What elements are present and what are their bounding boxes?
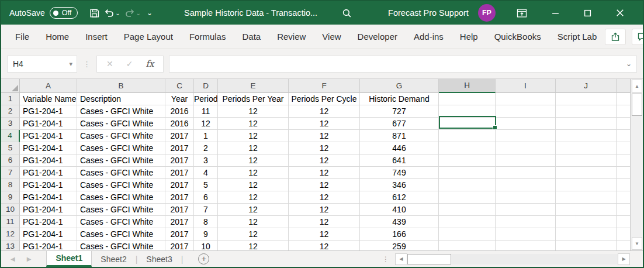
- vertical-scrollbar-thumb[interactable]: [632, 94, 642, 116]
- cell-I2[interactable]: [496, 105, 556, 118]
- column-header-C[interactable]: C: [165, 79, 194, 93]
- cell-G3[interactable]: 677: [360, 118, 439, 130]
- scrollbar-resize-handle[interactable]: ⋮: [382, 255, 389, 263]
- cell-H7[interactable]: [439, 167, 496, 179]
- cell-G5[interactable]: 446: [360, 142, 439, 154]
- cell-G7[interactable]: 749: [360, 167, 439, 179]
- cell-J6[interactable]: [556, 154, 617, 167]
- cell-J3[interactable]: [556, 118, 617, 130]
- cell-I3[interactable]: [496, 118, 556, 130]
- horizontal-scrollbar[interactable]: ◀ ▶: [395, 253, 630, 265]
- row-header-10[interactable]: 10: [1, 204, 20, 216]
- cell-D5[interactable]: 2: [194, 142, 218, 154]
- column-header-A[interactable]: A: [20, 79, 77, 93]
- cell-J9[interactable]: [556, 191, 617, 204]
- cell-J2[interactable]: [556, 105, 617, 118]
- save-button[interactable]: [88, 6, 101, 20]
- cell-F12[interactable]: 12: [289, 228, 360, 240]
- cell-G13[interactable]: 259: [360, 240, 439, 250]
- cell-B4[interactable]: Cases - GFCI White: [77, 130, 165, 142]
- ribbon-tab-add-ins[interactable]: Add-ins: [406, 25, 452, 49]
- cell-B2[interactable]: Cases - GFCI White: [77, 105, 165, 118]
- sheet-tab-sheet2[interactable]: Sheet2: [92, 251, 135, 267]
- cell-E8[interactable]: 12: [218, 179, 289, 191]
- cell-B11[interactable]: Cases - GFCI White: [77, 216, 165, 228]
- cell-A3[interactable]: PG1-204-1: [20, 118, 77, 130]
- cell-J4[interactable]: [556, 130, 617, 142]
- redo-dropdown-icon[interactable]: ⌄: [136, 10, 141, 16]
- cell-F3[interactable]: 12: [289, 118, 360, 130]
- row-header-4[interactable]: 4: [1, 130, 20, 142]
- ribbon-tab-file[interactable]: File: [7, 25, 37, 49]
- cell-H12[interactable]: [439, 228, 496, 240]
- cell-A12[interactable]: PG1-204-1: [20, 228, 77, 240]
- expand-formula-bar-icon[interactable]: ⌄: [626, 60, 632, 68]
- cell-H1[interactable]: [439, 93, 496, 105]
- cell-C12[interactable]: 2017: [165, 228, 194, 240]
- cancel-icon[interactable]: ✕: [106, 59, 113, 68]
- column-header-H[interactable]: H: [439, 79, 496, 93]
- vertical-scrollbar[interactable]: ▲ ▼: [631, 79, 643, 250]
- scroll-up-icon[interactable]: ▲: [632, 80, 642, 92]
- row-header-6[interactable]: 6: [1, 154, 20, 167]
- cell-E6[interactable]: 12: [218, 154, 289, 167]
- previous-sheet-icon[interactable]: ◀: [11, 256, 15, 262]
- row-header-7[interactable]: 7: [1, 167, 20, 179]
- cell-G2[interactable]: 727: [360, 105, 439, 118]
- ribbon-tab-page-layout[interactable]: Page Layout: [116, 25, 181, 49]
- cell-C4[interactable]: 2017: [165, 130, 194, 142]
- row-header-3[interactable]: 3: [1, 118, 20, 130]
- cell-C8[interactable]: 2017: [165, 179, 194, 191]
- row-header-2[interactable]: 2: [1, 105, 20, 118]
- ribbon-tab-review[interactable]: Review: [269, 25, 314, 49]
- cell-G11[interactable]: 439: [360, 216, 439, 228]
- cell-H10[interactable]: [439, 204, 496, 216]
- cell-B3[interactable]: Cases - GFCI White: [77, 118, 165, 130]
- scroll-right-icon[interactable]: ▶: [618, 253, 630, 265]
- cell-F7[interactable]: 12: [289, 167, 360, 179]
- cell-E3[interactable]: 12: [218, 118, 289, 130]
- cell-B8[interactable]: Cases - GFCI White: [77, 179, 165, 191]
- cell-J8[interactable]: [556, 179, 617, 191]
- cell-E4[interactable]: 12: [218, 130, 289, 142]
- ribbon-tab-script-lab[interactable]: Script Lab: [549, 25, 605, 49]
- cell-E9[interactable]: 12: [218, 191, 289, 204]
- cell-H2[interactable]: [439, 105, 496, 118]
- scroll-down-icon[interactable]: ▼: [632, 237, 642, 250]
- cell-C3[interactable]: 2016: [165, 118, 194, 130]
- cell-H11[interactable]: [439, 216, 496, 228]
- ribbon-display-options-button[interactable]: [517, 9, 527, 18]
- cell-J10[interactable]: [556, 204, 617, 216]
- cell-B5[interactable]: Cases - GFCI White: [77, 142, 165, 154]
- cell-B7[interactable]: Cases - GFCI White: [77, 167, 165, 179]
- cell-A9[interactable]: PG1-204-1: [20, 191, 77, 204]
- sheet-tab-sheet3[interactable]: Sheet3: [137, 251, 181, 267]
- cell-C9[interactable]: 2017: [165, 191, 194, 204]
- cell-J13[interactable]: [556, 240, 617, 250]
- cell-D9[interactable]: 6: [194, 191, 218, 204]
- formula-input[interactable]: [169, 56, 625, 72]
- cell-B13[interactable]: Cases - GFCI White: [77, 240, 165, 250]
- cell-F2[interactable]: 12: [289, 105, 360, 118]
- column-header-G[interactable]: G: [360, 79, 439, 93]
- sheet-tab-sheet1[interactable]: Sheet1: [46, 251, 92, 267]
- cell-D4[interactable]: 1: [194, 130, 218, 142]
- redo-button[interactable]: ⌄: [124, 7, 142, 19]
- cell-B6[interactable]: Cases - GFCI White: [77, 154, 165, 167]
- name-box-dropdown-icon[interactable]: ▾: [69, 60, 72, 68]
- horizontal-scrollbar-track[interactable]: [451, 254, 618, 264]
- cell-G12[interactable]: 166: [360, 228, 439, 240]
- cell-A7[interactable]: PG1-204-1: [20, 167, 77, 179]
- cell-G10[interactable]: 410: [360, 204, 439, 216]
- cell-G4[interactable]: 871: [360, 130, 439, 142]
- scroll-left-icon[interactable]: ◀: [395, 253, 407, 265]
- cell-H9[interactable]: [439, 191, 496, 204]
- column-header-F[interactable]: F: [289, 79, 360, 93]
- cell-I8[interactable]: [496, 179, 556, 191]
- ribbon-tab-developer[interactable]: Developer: [349, 25, 406, 49]
- cell-H13[interactable]: [439, 240, 496, 250]
- cell-H6[interactable]: [439, 154, 496, 167]
- cell-I9[interactable]: [496, 191, 556, 204]
- cell-F9[interactable]: 12: [289, 191, 360, 204]
- cell-D3[interactable]: 12: [194, 118, 218, 130]
